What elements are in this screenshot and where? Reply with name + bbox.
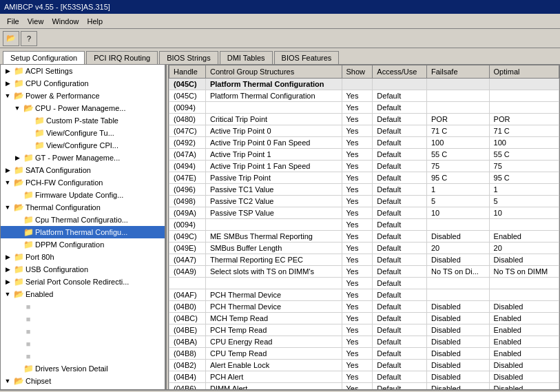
optimal-cell — [489, 219, 559, 231]
table-row[interactable]: (04A7)Thermal Reporting EC PECYesDefault… — [169, 254, 559, 266]
tree-item-thermal-config[interactable]: ▼ 📂 Thermal Configuration — [1, 201, 165, 214]
table-row[interactable]: (0492)Active Trip Point 0 Fan SpeedYesDe… — [169, 137, 559, 149]
menu-view[interactable]: View — [23, 16, 48, 27]
table-row[interactable]: (0480)Critical Trip PointYesDefaultPORPO… — [169, 114, 559, 125]
folder-icon: 📁 — [23, 239, 34, 250]
tree-item-firmware-update[interactable]: 📁 Firmware Update Config... — [1, 189, 165, 201]
table-row[interactable]: (049A)Passive TSP ValueYesDefault1010 — [169, 207, 559, 219]
folder-icon: 📂 — [13, 202, 24, 213]
show-cell: Yes — [342, 360, 373, 371]
table-row[interactable]: (04A9)Select slots with TS on DIMM'sYesD… — [169, 266, 559, 278]
expand-icon: ▶ — [2, 65, 13, 76]
help-button[interactable]: ? — [21, 31, 37, 46]
access-cell: Default — [373, 278, 427, 289]
tab-dmi-tables[interactable]: DMI Tables — [220, 51, 273, 64]
failsafe-cell: 20 — [426, 243, 489, 254]
tree-item-cpu-power[interactable]: ▼ 📂 CPU - Power Manageme... — [1, 102, 165, 114]
tree-item-view-tu[interactable]: 📁 View/Configure Tu... — [1, 127, 165, 139]
tree-item-custom-pstate[interactable]: 📁 Custom P-state Table — [1, 114, 165, 127]
table-row[interactable]: (0498)Passive TC2 ValueYesDefault55 — [169, 196, 559, 207]
tree-item-e4[interactable]: ■ — [1, 338, 165, 350]
table-row[interactable]: (04BA)CPU Energy ReadYesDefaultDisabledE… — [169, 336, 559, 348]
table-row[interactable]: (0094)YesDefault — [169, 102, 559, 114]
handle-cell: (049E) — [169, 243, 206, 254]
show-cell: Yes — [342, 289, 373, 301]
table-row[interactable]: (04AF)PCH Thermal DeviceYesDefault — [169, 289, 559, 301]
tree-item-dppm[interactable]: 📁 DPPM Configuration — [1, 238, 165, 251]
tab-pci-irq-routing[interactable]: PCI IRQ Routing — [86, 51, 158, 64]
menu-file[interactable]: File — [3, 16, 23, 27]
tree-item-memory-config[interactable]: ▶ 📁 Memory Configuration — [1, 387, 165, 389]
access-cell: Default — [373, 313, 427, 324]
handle-cell: (0492) — [169, 137, 206, 149]
tree-item-pch-fw[interactable]: ▼ 📂 PCH-FW Configuration — [1, 176, 165, 189]
table-row[interactable]: (04B0)PCH Thermal DeviceYesDefaultDisabl… — [169, 301, 559, 313]
tree-item-sata[interactable]: ▶ 📁 SATA Configuration — [1, 164, 165, 176]
tab-bios-features[interactable]: BIOS Features — [274, 51, 340, 64]
tree-item-e2[interactable]: ■ — [1, 313, 165, 325]
tree-item-serial-port[interactable]: ▶ 📁 Serial Port Console Redirecti... — [1, 276, 165, 288]
access-cell: Default — [373, 207, 427, 219]
tree-item-platform-thermal[interactable]: 📁 Platform Thermal Configu... — [1, 226, 165, 238]
tree-item-chipset[interactable]: ▼ 📂 Chipset — [1, 375, 165, 387]
tree-item-usb[interactable]: ▶ 📁 USB Configuration — [1, 263, 165, 276]
table-row[interactable]: YesDefault — [169, 278, 559, 289]
access-cell: Default — [373, 161, 427, 172]
tree-item-e1[interactable]: ■ — [1, 300, 165, 313]
table-row[interactable]: (04BC)MCH Temp ReadYesDefaultDisabledEna… — [169, 313, 559, 324]
tree-panel[interactable]: ▶ 📁 ACPI Settings ▶ 📁 CPU Configuration … — [1, 65, 166, 389]
optimal-cell: Enabled — [489, 336, 559, 348]
expand-icon: ▶ — [2, 251, 13, 262]
handle-cell: (049C) — [169, 231, 206, 243]
table-row[interactable]: (047E)Passive Trip PointYesDefault95 C95… — [169, 172, 559, 184]
table-row[interactable]: (045C)Platform Thermal Configuration — [169, 79, 559, 90]
menu-window[interactable]: Window — [48, 16, 83, 27]
access-cell: Default — [373, 231, 427, 243]
expand-icon — [12, 313, 23, 324]
tab-bios-strings[interactable]: BIOS Strings — [159, 51, 218, 64]
access-cell: Default — [373, 324, 427, 336]
tree-label: CPU Configuration — [25, 79, 89, 87]
table-row[interactable]: (04B6)DIMM AlertYesDefaultDisabledDisabl… — [169, 383, 559, 390]
table-panel[interactable]: Handle Control Group Structures Show Acc… — [169, 65, 559, 389]
optimal-cell: Disabled — [489, 301, 559, 313]
tree-item-e3[interactable]: ■ — [1, 325, 165, 338]
tree-item-gt-power[interactable]: ▶ 📁 GT - Power Manageme... — [1, 152, 165, 164]
item-icon: ■ — [23, 301, 34, 312]
menubar: File View Window Help — [0, 14, 560, 29]
folder-icon: 📂 — [13, 177, 24, 188]
table-row[interactable]: (047C)Active Trip Point 0YesDefault71 C7… — [169, 125, 559, 137]
menu-help[interactable]: Help — [83, 16, 107, 27]
tree-item-view-cp[interactable]: 📁 View/Configure CPI... — [1, 139, 165, 152]
table-row[interactable]: (04B4)PCH AlertYesDefaultDisabledDisable… — [169, 371, 559, 383]
tree-item-acpi[interactable]: ▶ 📁 ACPI Settings — [1, 65, 165, 77]
table-row[interactable]: (045C)Platform Thermal ConfigurationYesD… — [169, 90, 559, 102]
optimal-cell: Disabled — [489, 383, 559, 390]
tree-item-enabled[interactable]: ▼ 📂 Enabled — [1, 288, 165, 300]
tree-item-drivers-ver[interactable]: 📁 Drivers Version Detail — [1, 362, 165, 375]
tree-item-port80h[interactable]: ▶ 📁 Port 80h — [1, 251, 165, 263]
structure-cell: Active Trip Point 1 Fan Speed — [205, 161, 342, 172]
table-row[interactable]: (047A)Active Trip Point 1YesDefault55 C5… — [169, 149, 559, 161]
tree-item-cpu-config[interactable]: ▶ 📁 CPU Configuration — [1, 77, 165, 90]
table-row[interactable]: (0496)Passive TC1 ValueYesDefault11 — [169, 184, 559, 196]
table-row[interactable]: (049E)SMBus Buffer LengthYesDefault2020 — [169, 243, 559, 254]
col-optimal: Optimal — [489, 65, 559, 79]
tree-item-cpu-thermal[interactable]: 📁 Cpu Thermal Configuratio... — [1, 214, 165, 226]
folder-icon: 📁 — [23, 152, 34, 163]
table-row[interactable]: (0094)YesDefault — [169, 219, 559, 231]
table-row[interactable]: (04B8)CPU Temp ReadYesDefaultDisabledEna… — [169, 348, 559, 360]
failsafe-cell: POR — [426, 114, 489, 125]
tree-item-e5[interactable]: ■ — [1, 350, 165, 362]
optimal-cell: 75 — [489, 161, 559, 172]
table-row[interactable]: (0494)Active Trip Point 1 Fan SpeedYesDe… — [169, 161, 559, 172]
table-row[interactable]: (049C)ME SMBus Thermal ReportingYesDefau… — [169, 231, 559, 243]
access-cell: Default — [373, 172, 427, 184]
show-cell: Yes — [342, 184, 373, 196]
table-row[interactable]: (04BE)PCH Temp ReadYesDefaultDisabledEna… — [169, 324, 559, 336]
table-row[interactable]: (04B2)Alert Enable LockYesDefaultDisable… — [169, 360, 559, 371]
tree-item-power-perf[interactable]: ▼ 📂 Power & Performance — [1, 90, 165, 102]
data-table: Handle Control Group Structures Show Acc… — [169, 65, 559, 389]
open-button[interactable]: 📂 — [3, 31, 19, 46]
tab-setup-configuration[interactable]: Setup Configuration — [3, 51, 85, 64]
